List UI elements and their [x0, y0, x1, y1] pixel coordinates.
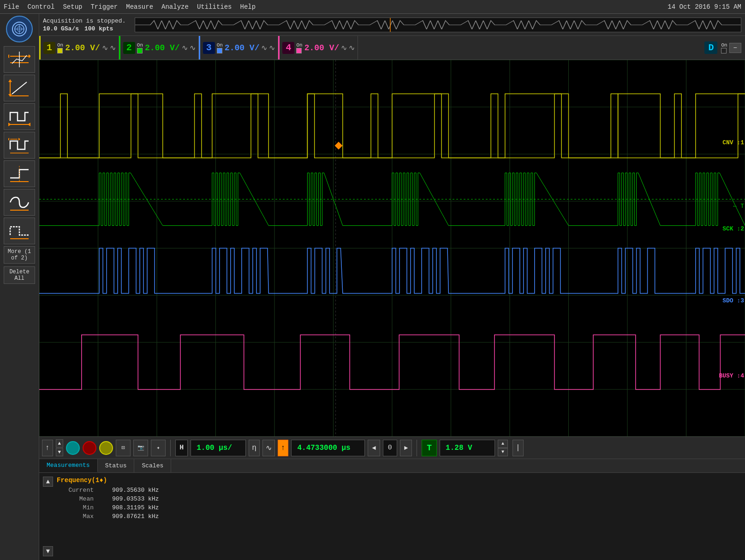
trigger-up-arrow[interactable]: ↑ [278, 440, 289, 456]
menu-analyze[interactable]: Analyze [161, 3, 189, 11]
channel-bar: 1 On 2.00 V/ ∿ ∿ 2 On 2.00 V/ ∿ ∿ [39, 36, 745, 60]
meas-row-max: Max 909.87621 kHz [57, 513, 741, 520]
menu-setup[interactable]: Setup [63, 3, 82, 11]
red-button[interactable] [83, 441, 96, 455]
channel-2-block[interactable]: 2 On 2.00 V/ ∿ ∿ [119, 36, 199, 59]
menu-help[interactable]: Help [240, 3, 256, 11]
trigger-level-indicator: ← T [733, 203, 744, 210]
sine-select[interactable]: η [249, 440, 260, 456]
tool-diagonal-arrow[interactable] [4, 75, 35, 101]
ch4-on-text: On [296, 42, 302, 48]
ch3-checkbox[interactable] [217, 48, 222, 53]
logo-icon [13, 23, 26, 35]
separator-1 [170, 440, 171, 456]
ch2-on-label: On [137, 42, 143, 53]
zero-display[interactable]: 0 [383, 440, 397, 456]
channel-1-block[interactable]: 1 On 2.00 V/ ∿ ∿ [39, 36, 119, 59]
ch3-volts: 2.00 V/ [225, 43, 260, 53]
teal-button[interactable] [66, 441, 80, 455]
measurements-tabs: Measurements Status Scales [39, 459, 745, 473]
scroll-down-button[interactable]: ▼ [43, 546, 53, 556]
ch4-number: 4 [282, 42, 294, 54]
ch1-label-cnv: CNV ↕1 [722, 139, 744, 146]
delete-all-button[interactable]: Delete All [4, 266, 35, 284]
ch1-on-label: On [57, 42, 63, 53]
h-scroll-up[interactable]: ▲ [56, 439, 64, 448]
meas-value-mean: 909.03533 kHz [112, 495, 186, 502]
tool-step[interactable] [4, 160, 35, 187]
ch1-number: 1 [43, 42, 55, 54]
ch2-volts: 2.00 V/ [145, 43, 180, 53]
ch1-checkbox[interactable] [57, 48, 63, 53]
voltage-updown: ▲ ▼ [498, 440, 508, 456]
logo [6, 16, 33, 42]
tool-sine[interactable] [4, 189, 35, 216]
waveform-camera-button[interactable]: 📷 [133, 440, 148, 456]
meas-label-min: Min [57, 504, 94, 511]
ch4-checkbox[interactable] [296, 48, 302, 53]
square-select[interactable]: ∿ [262, 440, 275, 456]
menu-trigger[interactable]: Trigger [90, 3, 118, 11]
ch4-wave-icon2: ∿ [349, 43, 355, 53]
ch3-on-text: On [217, 42, 223, 48]
waveform-select-button[interactable]: ⊡ [116, 440, 131, 456]
ch1-wave-icon: ∿ [102, 43, 108, 53]
tool-dashed-step[interactable] [4, 218, 35, 244]
channel-4-block[interactable]: 4 On 2.00 V/ ∿ ∿ [278, 36, 358, 59]
tab-measurements[interactable]: Measurements [39, 459, 98, 472]
ch2-checkbox[interactable] [137, 48, 143, 53]
tool-square-wave[interactable] [4, 103, 35, 130]
square-wave-icon [8, 107, 30, 126]
sample-rate: 10.0 GSa/s [43, 25, 79, 32]
trigger-time-display[interactable]: 4.4733000 µs [291, 440, 365, 456]
tab-status[interactable]: Status [98, 459, 135, 472]
minimize-button[interactable]: − [729, 43, 741, 53]
ch2-wave-icon2: ∿ [190, 43, 196, 53]
tab-scales[interactable]: Scales [134, 459, 171, 472]
h-up-button[interactable]: ↑ [42, 440, 53, 456]
scope-canvas [39, 60, 745, 436]
scroll-buttons: ▲ ▼ [43, 477, 53, 556]
menu-items: File Control Setup Trigger Measure Analy… [4, 3, 256, 11]
menu-utilities[interactable]: Utilities [197, 3, 232, 11]
measurement-title: Frequency(1♦) [57, 477, 741, 484]
ch3-label-sdo: SDO ↕3 [722, 297, 744, 304]
menu-measure[interactable]: Measure [126, 3, 153, 11]
ch1-wave-icon2: ∿ [110, 43, 116, 53]
voltage-display[interactable]: 1.28 V [440, 440, 495, 456]
scroll-up-button[interactable]: ▲ [43, 477, 53, 487]
nav-right[interactable]: ► [400, 440, 412, 456]
waveform-sun-button[interactable]: ✦ [151, 440, 166, 456]
menu-bar: File Control Setup Trigger Measure Analy… [0, 0, 745, 14]
acquisition-text: Acquisition is stopped. [43, 18, 125, 24]
yellow-button[interactable] [99, 441, 113, 455]
logo-inner [12, 22, 27, 36]
ch4-volts: 2.00 V/ [304, 43, 340, 53]
voltage-up[interactable]: ▲ [498, 440, 508, 448]
t-label[interactable]: T [422, 440, 437, 456]
diagonal-arrow-icon [8, 78, 30, 98]
nav-left[interactable]: ◄ [368, 440, 380, 456]
tool-horizontal-arrow[interactable] [4, 46, 35, 73]
meas-row-current: Current 909.35630 kHz [57, 487, 741, 494]
digital-block[interactable]: D On − [358, 36, 745, 59]
h-scroll-down[interactable]: ▼ [56, 448, 64, 456]
separator-2 [417, 440, 417, 456]
more-button[interactable]: More (1 of 2) [4, 246, 35, 264]
pulse-measure-icon [8, 136, 30, 155]
acquisition-status: Acquisition is stopped. 10.0 GSa/s 100 k… [43, 18, 125, 32]
svg-marker-20 [18, 138, 20, 141]
time-per-div[interactable]: 1.00 µs/ [191, 440, 246, 456]
voltage-down[interactable]: ▼ [498, 448, 508, 456]
t-right-arrow[interactable]: | [513, 440, 524, 456]
menu-file[interactable]: File [4, 3, 19, 11]
menu-control[interactable]: Control [28, 3, 55, 11]
meas-value-max: 909.87621 kHz [112, 513, 186, 520]
digital-on-text: On [721, 42, 727, 48]
preview-wave-svg [135, 18, 741, 32]
h-label: H [175, 440, 188, 456]
channel-3-block[interactable]: 3 On 2.00 V/ ∿ ∿ [199, 36, 279, 59]
tool-pulse-measure[interactable] [4, 132, 35, 159]
svg-line-9 [12, 82, 27, 94]
digital-checkbox[interactable] [721, 48, 727, 53]
